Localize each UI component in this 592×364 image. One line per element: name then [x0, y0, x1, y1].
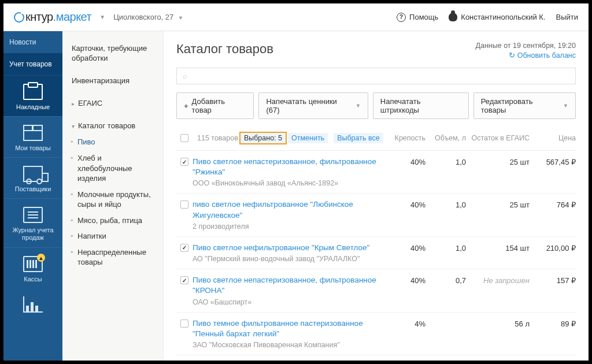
- row-checkbox[interactable]: [180, 200, 188, 209]
- product-maker: ЗАО "Московская Пивоваренная Компания": [193, 341, 379, 349]
- table-header: 115 товаров Выбрано: 5 Отменить Выбрать …: [176, 127, 576, 151]
- cell-stock: 56 л: [466, 318, 530, 349]
- sidebar-item-goods-tracking[interactable]: Учет товаров: [3, 53, 62, 75]
- journal-icon: [23, 207, 43, 223]
- cancel-selection-link[interactable]: Отменить: [288, 133, 328, 143]
- chevron-down-icon[interactable]: ▼: [99, 14, 105, 20]
- product-maker: 2 производителя: [193, 222, 379, 231]
- cell-strength: 4%: [385, 318, 426, 349]
- product-name-link[interactable]: пиво светлое нефильтрованное "Любинское …: [193, 199, 379, 220]
- sidebar-item-suppliers[interactable]: Поставщики: [3, 157, 62, 198]
- cell-stock: Не запрошен: [466, 275, 530, 306]
- product-maker: ООО «Винокоьячный завод «Альянс-1892»: [193, 179, 379, 187]
- cell-volume: 1,0: [426, 243, 466, 263]
- sidebar-item-cashboxes[interactable]: ▲ Кассы: [3, 247, 62, 288]
- row-checkbox[interactable]: [180, 244, 188, 252]
- sidebar: Новости Учет товаров Накладные Мои товар…: [3, 31, 62, 361]
- logout-link[interactable]: Выйти: [556, 13, 579, 21]
- help-link[interactable]: ? Помощь: [397, 13, 438, 22]
- topbar: к нтур .маркет ▼ Циолковского, 27 ▼ ? По…: [3, 3, 589, 31]
- chevron-down-icon: ▼: [178, 15, 183, 21]
- product-maker: АО "Пермский вино-водочный завод "УРАЛАЛ…: [193, 255, 379, 263]
- table-row: Пиво светлое нефильтрованное "Панжбан"ОО…: [176, 355, 576, 361]
- select-all-link[interactable]: Выбрать все: [334, 133, 383, 143]
- logo[interactable]: к нтур .маркет: [14, 10, 91, 24]
- cell-price: 157 ₽: [530, 275, 576, 306]
- product-maker: ОАО «Башспирт»: [193, 298, 379, 306]
- sidebar-item-my-goods[interactable]: Мои товары: [3, 116, 62, 157]
- search-input[interactable]: ⌕: [176, 68, 576, 84]
- sidebar-item-sales-journal[interactable]: Журнал учета продаж: [3, 198, 62, 247]
- edit-products-button[interactable]: Редактировать товары▼: [473, 92, 576, 119]
- subnav-child-item[interactable]: Нераспределенные товары: [62, 244, 163, 270]
- product-name-link[interactable]: Пиво светлое нефильтрованное "Крым Светл…: [193, 243, 379, 253]
- print-barcodes-button[interactable]: Напечатать штрихкоды: [373, 92, 469, 119]
- user-icon: [449, 13, 457, 21]
- col-header-egais-stock: Остаток в ЕГАИС: [466, 134, 530, 142]
- subnav-cards[interactable]: Карточки, требующие обработки: [62, 40, 163, 67]
- table-row: Пиво светлое нефильтрованное "Крым Светл…: [176, 237, 576, 269]
- subnav-catalog[interactable]: Каталог товаров: [62, 118, 163, 135]
- truck-icon: [23, 166, 43, 182]
- col-header-strength: Крепость: [385, 134, 426, 142]
- data-timestamp: Данные от 19 сентября, 19:20: [476, 42, 576, 50]
- table-row: Пиво темное фильтрованное пастеризованно…: [176, 313, 576, 355]
- user-menu[interactable]: Константинопольский К.: [449, 13, 545, 21]
- cell-volume: 1,0: [426, 199, 466, 230]
- location-selector[interactable]: Циолковского, 27 ▼: [113, 13, 183, 21]
- clipboard-icon: [23, 84, 43, 100]
- bar-chart-icon: [23, 296, 43, 313]
- logo-ring-icon: [14, 12, 24, 23]
- table-row: Пиво светлое непастеризованное, фильтров…: [176, 151, 576, 194]
- subnav-child-item[interactable]: Пиво: [62, 134, 163, 150]
- sidebar-item-reports[interactable]: [3, 288, 62, 316]
- row-checkbox[interactable]: [180, 276, 188, 284]
- product-name-link[interactable]: Пиво светлое непастеризованное, фильтров…: [193, 157, 379, 177]
- print-price-tags-button[interactable]: Напечатать ценники (67)▼: [258, 92, 368, 119]
- select-all-checkbox[interactable]: [180, 134, 188, 142]
- box-icon: [23, 125, 43, 141]
- cell-volume: 0,7: [426, 275, 466, 306]
- cell-price: 567,45 ₽: [530, 157, 576, 187]
- chevron-down-icon: ▼: [563, 103, 568, 109]
- main-content: Каталог товаров Данные от 19 сентября, 1…: [164, 31, 589, 361]
- cashbox-icon: ▲: [23, 256, 43, 272]
- cell-stock: 154 шт: [466, 243, 530, 263]
- product-name-link[interactable]: Пиво темное фильтрованное пастеризованно…: [193, 318, 379, 339]
- col-header-volume: Объем, л: [426, 134, 466, 142]
- logo-text-1: нтур: [30, 10, 53, 24]
- plus-icon: +: [184, 102, 188, 110]
- row-checkbox[interactable]: [180, 158, 188, 166]
- row-checkbox[interactable]: [180, 320, 188, 328]
- help-icon: ?: [397, 13, 406, 22]
- col-header-price: Цена: [530, 134, 576, 142]
- selected-count-badge: Выбрано: 5: [239, 132, 287, 144]
- cell-strength: 40%: [385, 243, 426, 263]
- cell-stock: 25 шт: [466, 157, 530, 187]
- subnav-egais[interactable]: ЕГАИС: [62, 95, 163, 112]
- row-count-label: 115 товаров: [197, 134, 238, 142]
- page-title: Каталог товаров: [176, 42, 273, 57]
- cell-price: 89 ₽: [530, 318, 576, 349]
- sidebar-item-invoices[interactable]: Накладные: [3, 75, 62, 116]
- logo-text-2: .маркет: [53, 10, 92, 24]
- subnav-child-item[interactable]: Мясо, рыба, птица: [62, 213, 163, 229]
- refresh-balance-link[interactable]: ↻Обновить баланс: [476, 51, 576, 60]
- cell-stock: 25 шт: [466, 199, 530, 230]
- cell-price: 210,00 ₽: [530, 243, 576, 263]
- add-product-button[interactable]: +Добавить товар: [176, 92, 254, 119]
- cell-volume: 1,0: [426, 157, 466, 187]
- sidebar-item-news[interactable]: Новости: [3, 31, 62, 53]
- cell-strength: 40%: [385, 275, 426, 306]
- refresh-icon: ↻: [509, 51, 515, 60]
- subnav-child-item[interactable]: Молочные продукты, сыры и яйцо: [62, 187, 163, 213]
- subnav-child-item[interactable]: Напитки: [62, 228, 163, 244]
- warning-badge-icon: ▲: [37, 254, 45, 262]
- subnav-child-item[interactable]: Хлеб и хлебобулочные изделия: [62, 150, 163, 187]
- chevron-down-icon: ▼: [356, 103, 361, 109]
- product-name-link[interactable]: Пиво светлое непастеризованное, фильтров…: [193, 275, 379, 296]
- subnav-inventory[interactable]: Инвентаризация: [62, 73, 163, 90]
- search-icon: ⌕: [183, 72, 187, 80]
- cell-strength: 40%: [385, 157, 426, 187]
- table-row: пиво светлое нефильтрованное "Любинское …: [176, 194, 576, 236]
